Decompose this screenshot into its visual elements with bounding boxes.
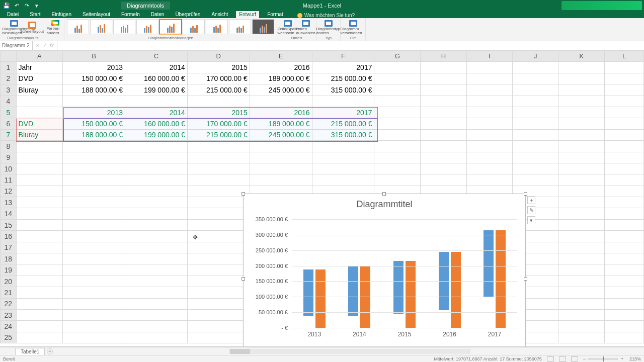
cell-L3[interactable]: [604, 84, 643, 96]
cell-B25[interactable]: [63, 332, 125, 343]
cell-D7[interactable]: 215 000.00 €: [187, 129, 250, 140]
cell-C8[interactable]: [125, 141, 187, 152]
cell-D5[interactable]: 2015: [187, 107, 250, 118]
cell-G8[interactable]: [374, 141, 421, 152]
row-header[interactable]: 19: [1, 264, 17, 276]
cell-L22[interactable]: [604, 298, 643, 309]
cell-G3[interactable]: [374, 84, 421, 96]
cell-D17[interactable]: [187, 242, 250, 253]
row-header[interactable]: 16: [1, 231, 17, 242]
row-header[interactable]: 7: [1, 129, 17, 140]
change-colors-button[interactable]: Farben ändern: [47, 20, 64, 35]
cell-L17[interactable]: [604, 242, 643, 253]
cell-L8[interactable]: [604, 141, 643, 152]
cell-C18[interactable]: [125, 253, 187, 264]
cell-H6[interactable]: [421, 118, 467, 129]
cell-K15[interactable]: [558, 219, 605, 230]
cell-D8[interactable]: [187, 141, 250, 152]
cell-K9[interactable]: [558, 152, 605, 163]
cell-C14[interactable]: [125, 208, 187, 219]
cell-L24[interactable]: [604, 321, 643, 332]
cell-A15[interactable]: [16, 219, 63, 230]
chart-title[interactable]: Diagrammtitel: [244, 194, 525, 213]
cell-D24[interactable]: [187, 321, 250, 332]
cell-D21[interactable]: [187, 287, 250, 298]
row-header[interactable]: 23: [1, 309, 17, 320]
cell-G9[interactable]: [374, 152, 421, 163]
cell-H9[interactable]: [421, 152, 467, 163]
row-header[interactable]: 15: [1, 219, 17, 230]
cell-I9[interactable]: [466, 152, 512, 163]
cell-A8[interactable]: [16, 141, 63, 152]
tab-datei[interactable]: Datei: [4, 11, 22, 18]
view-page-layout-button[interactable]: [559, 356, 566, 361]
cell-H2[interactable]: [421, 73, 467, 84]
chart-style-2[interactable]: [90, 19, 112, 34]
chart-style-1[interactable]: [67, 19, 89, 34]
cell-C12[interactable]: [125, 186, 187, 197]
cell-B7[interactable]: 188 000.00 €: [63, 129, 125, 140]
cell-G10[interactable]: [374, 163, 421, 174]
row-header[interactable]: 13: [1, 197, 17, 208]
cell-E11[interactable]: [250, 174, 312, 186]
cell-D2[interactable]: 170 000.00 €: [187, 73, 250, 84]
cell-C11[interactable]: [125, 174, 187, 186]
cell-J1[interactable]: [512, 62, 558, 73]
cell-J11[interactable]: [512, 174, 558, 186]
tab-formeln[interactable]: Formeln: [118, 11, 143, 18]
cell-D23[interactable]: [187, 309, 250, 320]
cell-K19[interactable]: [558, 264, 605, 276]
resize-handle[interactable]: [242, 192, 245, 196]
cell-H8[interactable]: [421, 141, 467, 152]
cell-I8[interactable]: [466, 141, 512, 152]
cell-L5[interactable]: [604, 107, 643, 118]
view-page-break-button[interactable]: [571, 356, 578, 361]
cell-I3[interactable]: [466, 84, 512, 96]
cell-K24[interactable]: [558, 321, 605, 332]
cell-B23[interactable]: [63, 309, 125, 320]
cell-B14[interactable]: [63, 208, 125, 219]
cell-J7[interactable]: [512, 129, 558, 140]
cell-L1[interactable]: [604, 62, 643, 73]
row-header[interactable]: 14: [1, 208, 17, 219]
cell-B5[interactable]: 2013: [63, 107, 125, 118]
cell-G6[interactable]: [374, 118, 421, 129]
cell-F10[interactable]: [312, 163, 374, 174]
cell-C1[interactable]: 2014: [125, 62, 187, 73]
tab-daten[interactable]: Daten: [148, 11, 168, 18]
cell-F4[interactable]: [312, 96, 374, 107]
tab-einfuegen[interactable]: Einfügen: [48, 11, 74, 18]
cell-A13[interactable]: [16, 197, 63, 208]
col-header-l[interactable]: L: [604, 51, 643, 62]
cell-C5[interactable]: 2014: [125, 107, 187, 118]
cell-D15[interactable]: [187, 219, 250, 230]
row-header[interactable]: 21: [1, 287, 17, 298]
cell-A20[interactable]: [16, 276, 63, 287]
cell-B12[interactable]: [63, 186, 125, 197]
cell-E8[interactable]: [250, 141, 312, 152]
tab-ueberpruefen[interactable]: Überprüfen: [172, 11, 203, 18]
cell-H5[interactable]: [421, 107, 467, 118]
row-header[interactable]: 22: [1, 298, 17, 309]
tab-format[interactable]: Format: [264, 11, 286, 18]
cell-K1[interactable]: [558, 62, 605, 73]
cell-I7[interactable]: [466, 129, 512, 140]
cell-C6[interactable]: 160 000.00 €: [125, 118, 187, 129]
cell-B20[interactable]: [63, 276, 125, 287]
row-header[interactable]: 10: [1, 163, 17, 174]
cell-H11[interactable]: [421, 174, 467, 186]
cell-A1[interactable]: Jahr: [16, 62, 63, 73]
cell-J4[interactable]: [512, 96, 558, 107]
cell-E1[interactable]: 2016: [250, 62, 312, 73]
cell-A9[interactable]: [16, 152, 63, 163]
cell-C19[interactable]: [125, 264, 187, 276]
cell-L20[interactable]: [604, 276, 643, 287]
tab-seitenlayout[interactable]: Seitenlayout: [79, 11, 113, 18]
cell-A21[interactable]: [16, 287, 63, 298]
row-header[interactable]: 2: [1, 73, 17, 84]
cell-K4[interactable]: [558, 96, 605, 107]
cell-C13[interactable]: [125, 197, 187, 208]
row-header[interactable]: 25: [1, 332, 17, 343]
cell-B11[interactable]: [63, 174, 125, 186]
cell-J8[interactable]: [512, 141, 558, 152]
